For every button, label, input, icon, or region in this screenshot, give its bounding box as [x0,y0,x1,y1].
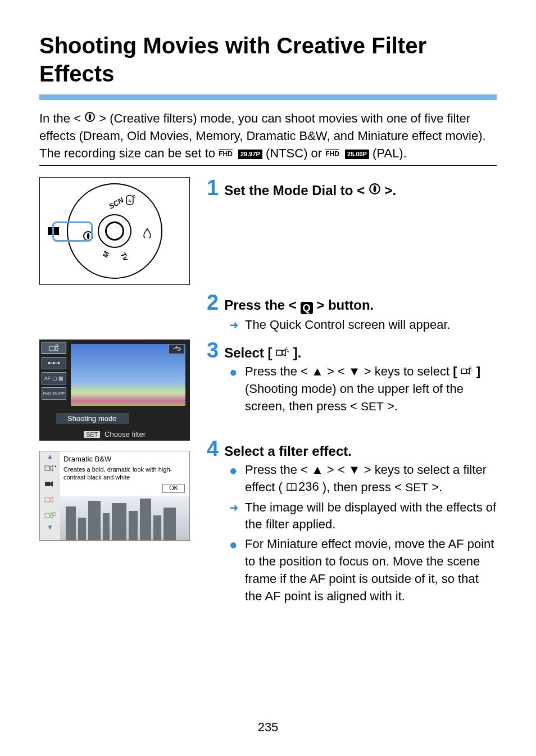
step-3-bracket: [ [453,364,457,378]
bullet-icon: ● [229,536,240,553]
bullet-icon: ● [229,461,240,479]
svg-rect-19 [276,350,282,355]
movie-shooting-mode-icon [461,364,476,378]
step-4-sub-1: ● Press the < ▲ > < ▼ > keys to select a… [229,461,497,497]
quick-control-screenshot: AF ▢ ▦ FHD 29.97P Shooting mode SET Choo… [39,339,190,441]
title-rule [39,94,497,100]
shot1-set-badge: SET [84,431,100,438]
intro-rule [39,165,497,166]
svg-rect-18 [53,513,56,515]
intro-text: (PAL). [373,146,407,160]
step-3-title: ]. [293,345,302,360]
step-3-sub-text: Press the < [245,364,308,378]
shot2-filter-bw-icon [44,478,56,490]
step-3-bracket: ] [476,364,480,378]
dial-label-m: M [101,250,111,259]
shot1-af-icon: AF ▢ ▦ [42,372,66,384]
fps-pal-icon: 25.00P [345,150,369,159]
svg-rect-13 [45,466,50,470]
step-1-title: >. [385,183,397,198]
page-title: Shooting Movies with Creative Filter Eff… [39,31,497,88]
step-4-heading: 4 Select a filter effect. [207,438,497,459]
step-3-title: Select [ [224,345,272,360]
step-2-title: > button. [316,297,374,313]
up-key-icon: ▲ [311,463,324,477]
intro-text: The recording size can be set to [39,146,219,160]
step-2-row: 2 Press the < Q > button. ➜ The Quick Co… [39,292,497,334]
movie-shooting-mode-icon [276,345,293,360]
shot2-scroll-down-icon: ▼ [47,523,53,531]
bullet-icon: ● [229,363,240,381]
dial-label-tv: Tv [119,251,130,263]
step-number-3: 3 [207,339,219,361]
filter-select-screenshot: ▲ ✦ ▼ Dramatic B&W Creates a bold, drama… [39,451,190,541]
step-number-1: 1 [207,177,219,198]
step-3-sub-text: >. [387,399,398,413]
up-key-icon: ▲ [311,364,324,378]
shot1-back-icon [169,344,184,354]
intro-text: In the < [39,111,81,125]
down-key-icon: ▼ [348,364,361,378]
svg-text:+: + [134,195,135,200]
page-ref-number: 236 [298,478,319,496]
mode-dial-illustration: SCN A+ Tv M [39,177,190,285]
page-number: 235 [0,720,536,735]
svg-rect-16 [45,497,50,502]
fps-ntsc-icon: 29.97P [238,150,262,159]
result-arrow-icon: ➜ [229,499,240,516]
shot1-rec-size-icon: FHD 29.97P [42,387,66,400]
step-4-sub-2: ➜ The image will be displayed with the e… [229,499,497,534]
step-3-sub-1: ● Press the < ▲ > < ▼ > keys to select [… [229,363,497,415]
step-2-sub-1-text: The Quick Control screen will appear. [245,316,451,334]
shot1-exposure-icon [42,357,66,369]
intro-text: > (Creative filters) mode, you can shoot… [39,111,486,143]
step-4-sub-3-text: For Miniature effect movie, move the AF … [245,536,497,605]
step-2-title: Press the < [224,297,297,313]
step-number-2: 2 [207,292,219,313]
svg-rect-10 [48,362,50,364]
set-button-icon: SET [405,481,428,494]
svg-text:✦: ✦ [54,464,56,468]
step-4-sub-text: Press the < [245,463,308,477]
svg-rect-7 [49,346,55,351]
step-2-sub-1: ➜ The Quick Control screen will appear. [229,316,497,334]
creative-filters-icon [369,183,385,198]
step-3-sub-text: (Shooting mode) on the upper left of the… [245,382,464,413]
svg-rect-17 [45,513,50,518]
intro-text: (NTSC) or [266,146,325,160]
q-button-icon: Q [301,302,313,314]
step-2-heading: 2 Press the < Q > button. [207,292,497,314]
fhd-pal-icon: FHD [325,149,339,159]
step-number-4: 4 [207,438,219,459]
step-1-heading: 1 Set the Mode Dial to < >. [207,177,497,198]
step-4-title: Select a filter effect. [224,443,352,459]
down-key-icon: ▼ [348,463,361,477]
svg-rect-20 [461,369,466,374]
step-1-title: Set the Mode Dial to < [224,183,365,198]
dial-water-icon [143,228,151,240]
set-button-icon: SET [361,400,384,413]
svg-rect-11 [53,362,54,364]
shot2-scroll-up-icon: ▲ [47,452,53,460]
shot2-filter-title: Dramatic B&W [63,455,186,464]
svg-text:A: A [128,198,131,203]
shot2-filter-memory-icon [44,494,56,506]
step-4-sub-2-text: The image will be displayed with the eff… [245,499,497,534]
step-4-sub-text: >. [431,481,442,495]
manual-page-icon [286,483,297,492]
creative-filters-icon [84,111,99,125]
step-3-sub-text: > < [327,364,345,378]
page-reference: 236 [286,478,319,496]
dial-auto-plus-icon: A+ [125,194,135,207]
svg-rect-12 [58,362,60,364]
shot2-filter-desc: Creates a bold, dramatic look with high-… [63,465,186,482]
step-4-sub-3: ● For Miniature effect movie, move the A… [229,536,497,605]
dial-label-scn: SCN [107,196,125,211]
shot1-choose-filter-text: Choose filter [105,430,146,438]
step-1-row: SCN A+ Tv M 1 Set the Mode Dial to < [39,177,497,288]
shot2-filter-dream-icon: ✦ [44,462,56,474]
result-arrow-icon: ➜ [229,316,240,333]
step-3-sub-text: > keys to select [364,364,453,378]
step-3-heading: 3 Select [ ]. [207,339,497,361]
shot1-mode-label: Shooting mode [56,413,129,424]
